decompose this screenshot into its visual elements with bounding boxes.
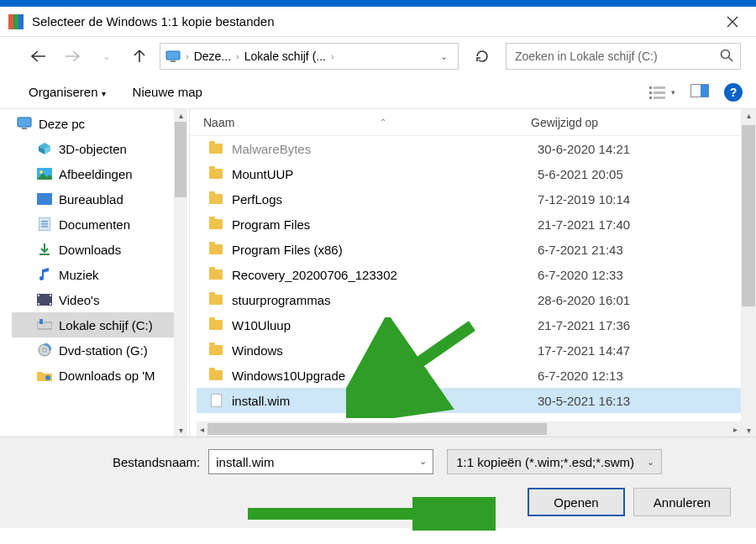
- tree-item[interactable]: Downloads: [12, 237, 187, 262]
- tree-item[interactable]: Lokale schijf (C:): [12, 312, 187, 337]
- organize-menu[interactable]: Organiseren▾: [22, 81, 113, 102]
- column-name[interactable]: Naam ⌃: [203, 116, 531, 129]
- scrollbar-thumb[interactable]: [207, 423, 547, 435]
- svg-rect-11: [654, 97, 665, 99]
- up-button[interactable]: [126, 44, 153, 69]
- folder-icon: [208, 343, 223, 358]
- preview-pane-button[interactable]: [690, 84, 709, 100]
- file-date: 21-7-2021 17:40: [538, 217, 749, 232]
- scroll-down-icon[interactable]: ▾: [179, 424, 183, 437]
- folder-icon: [208, 242, 223, 257]
- help-button[interactable]: ?: [724, 83, 743, 102]
- svg-point-33: [43, 348, 46, 352]
- desktop-icon: [37, 191, 52, 207]
- svg-rect-23: [39, 254, 50, 255]
- scroll-left-icon[interactable]: ◂: [197, 425, 207, 434]
- scroll-right-icon[interactable]: ▸: [730, 425, 741, 434]
- filename-dropdown-icon[interactable]: ⌄: [419, 456, 427, 467]
- sidebar-scrollbar[interactable]: ▴ ▾: [174, 109, 187, 437]
- new-folder-button[interactable]: Nieuwe map: [126, 81, 209, 102]
- file-date: 6-7-2021 21:43: [538, 243, 749, 257]
- tree-label: Lokale schijf (C:): [59, 318, 153, 332]
- refresh-button[interactable]: [465, 43, 499, 70]
- file-name: Recovery_20200706_123302: [232, 268, 397, 282]
- file-row[interactable]: install.wim30-5-2021 16:13: [197, 388, 756, 413]
- tree-item[interactable]: Dvd-station (G:): [12, 337, 187, 363]
- file-date: 30-6-2020 14:21: [538, 142, 749, 156]
- filename-input[interactable]: [208, 449, 433, 474]
- tree-item[interactable]: Documenten: [12, 212, 187, 237]
- breadcrumb-drive[interactable]: Lokale schijf (...: [244, 50, 326, 63]
- tree-label: 3D-objecten: [59, 142, 127, 156]
- svg-rect-14: [18, 118, 31, 127]
- file-pane: Naam ⌃ Gewijzigd op MalwareBytes30-6-202…: [190, 109, 756, 437]
- address-bar[interactable]: › Deze... › Lokale schijf (... › ⌄: [160, 43, 459, 70]
- file-name: Program Files: [232, 217, 310, 232]
- scroll-up-icon[interactable]: ▴: [741, 109, 756, 122]
- file-date: 21-7-2021 17:36: [538, 318, 749, 332]
- file-row[interactable]: Windows17-7-2021 14:47: [197, 337, 756, 363]
- svg-rect-29: [50, 303, 51, 305]
- file-row[interactable]: Program Files21-7-2021 17:40: [197, 212, 756, 237]
- file-name: install.wim: [232, 394, 290, 408]
- file-row[interactable]: MountUUP5-6-2021 20:05: [197, 161, 756, 186]
- file-row[interactable]: stuurprogrammas28-6-2020 16:01: [197, 287, 756, 312]
- tree-label: Downloads op 'M: [59, 369, 155, 383]
- scroll-down-icon[interactable]: ▾: [741, 424, 756, 437]
- svg-rect-28: [50, 295, 51, 296]
- scrollbar-thumb[interactable]: [742, 125, 755, 306]
- file-row[interactable]: Recovery_20200706_1233026-7-2020 12:33: [197, 262, 756, 287]
- file-row[interactable]: Windows10Upgrade6-7-2020 12:13: [197, 363, 756, 388]
- tree-label: Dvd-station (G:): [59, 343, 148, 358]
- search-icon: [719, 48, 734, 65]
- tree-item[interactable]: 3D-objecten: [12, 136, 187, 161]
- svg-point-5: [722, 50, 730, 59]
- folder-icon: [208, 292, 223, 307]
- file-date: 6-7-2020 12:13: [538, 369, 749, 383]
- file-list[interactable]: MalwareBytes30-6-2020 14:21MountUUP5-6-2…: [190, 136, 756, 421]
- recent-dropdown[interactable]: ⌄: [92, 44, 119, 69]
- search-input[interactable]: [506, 43, 741, 70]
- cube-icon: [37, 141, 52, 156]
- svg-rect-6: [649, 86, 652, 89]
- tree-item[interactable]: Video's: [12, 287, 187, 312]
- file-name: stuurprogrammas: [232, 293, 331, 307]
- tree-label: Bureaublad: [59, 192, 123, 207]
- forward-button[interactable]: [59, 44, 86, 69]
- tree-item[interactable]: Afbeeldingen: [12, 161, 187, 186]
- organize-label: Organiseren: [29, 85, 98, 99]
- file-row[interactable]: PerfLogs7-12-2019 10:14: [197, 186, 756, 212]
- file-scrollbar-vertical[interactable]: ▴ ▾: [741, 109, 756, 437]
- tree-label: Documenten: [59, 217, 130, 232]
- scroll-up-icon[interactable]: ▴: [179, 109, 183, 122]
- navigation-tree: Deze pc3D-objectenAfbeeldingenBureaublad…: [0, 109, 190, 437]
- svg-rect-0: [8, 14, 13, 29]
- monitor-icon: [17, 116, 32, 131]
- tree-item[interactable]: Muziek: [12, 262, 187, 287]
- address-dropdown-icon[interactable]: ⌄: [435, 51, 453, 62]
- file-row[interactable]: Program Files (x86)6-7-2021 21:43: [197, 237, 756, 262]
- title-bar: Selecteer de Windows 1:1 kopie bestanden: [0, 7, 756, 37]
- svg-point-17: [39, 170, 43, 174]
- tree-item[interactable]: Bureaublad: [12, 186, 187, 212]
- file-open-dialog: Selecteer de Windows 1:1 kopie bestanden…: [0, 0, 756, 544]
- file-type-filter[interactable]: 1:1 kopieën (*.wim;*.esd;*.swm) ⌄: [447, 449, 662, 474]
- tree-item[interactable]: Downloads op 'M: [12, 363, 187, 388]
- file-row[interactable]: MalwareBytes30-6-2020 14:21: [197, 136, 756, 161]
- file-date: 30-5-2021 16:13: [538, 394, 749, 408]
- file-type-filter-label: 1:1 kopieën (*.wim;*.esd;*.swm): [456, 455, 634, 469]
- column-modified[interactable]: Gewijzigd op: [531, 116, 749, 129]
- documents-icon: [37, 217, 52, 232]
- cancel-button[interactable]: Annuleren: [633, 488, 731, 516]
- view-mode-button[interactable]: ▾: [649, 85, 675, 100]
- back-button[interactable]: [25, 44, 52, 69]
- file-row[interactable]: W10Uluup21-7-2021 17:36: [197, 312, 756, 337]
- breadcrumb-root[interactable]: Deze...: [194, 50, 231, 63]
- scrollbar-thumb[interactable]: [175, 122, 186, 197]
- open-button[interactable]: Openen: [528, 488, 625, 516]
- chevron-right-icon: ›: [236, 51, 239, 61]
- file-scrollbar-horizontal[interactable]: ◂ ▸: [197, 421, 741, 437]
- tree-root-thispc[interactable]: Deze pc: [12, 111, 187, 136]
- search-field[interactable]: [506, 43, 741, 70]
- close-button[interactable]: [714, 8, 751, 36]
